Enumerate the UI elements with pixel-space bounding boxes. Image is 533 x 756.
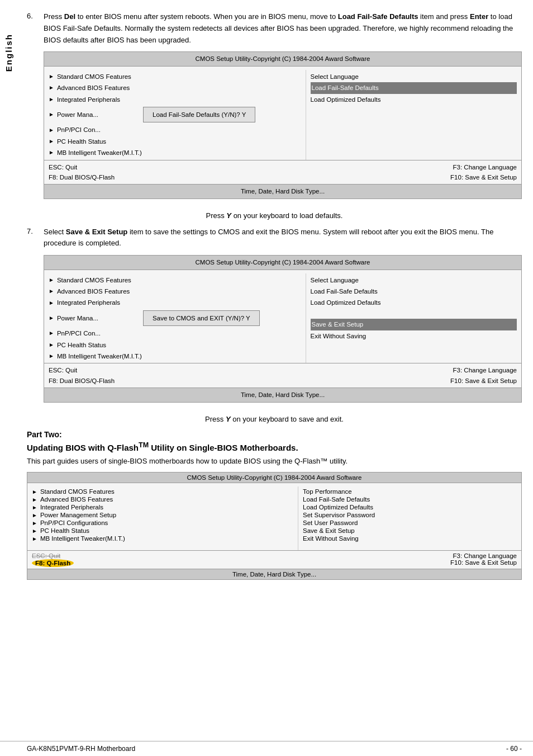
arrow-icon: ► — [49, 314, 54, 323]
bios-3-right-3: Load Optimized Defaults — [303, 503, 517, 511]
bios-3-right: Top Performance Load Fail-Safe Defaults … — [298, 486, 521, 550]
bios-2-right-4: Save & Exit Setup — [311, 319, 517, 330]
bios-3-item-5: ►PnP/PCI Configurations — [32, 519, 293, 527]
arrow-icon: ► — [32, 512, 37, 518]
bios-3-right-7: Exit Without Saving — [303, 535, 517, 542]
step-6-lfd: Load Fail-Safe Defaults — [338, 12, 418, 21]
bios-2-item-1: ►Standard CMOS Features — [49, 275, 301, 286]
footer-right: - 60 - — [506, 745, 522, 753]
bios-2-right-3: Load Optimized Defaults — [311, 297, 517, 308]
caption-2-y: Y — [226, 415, 231, 423]
arrow-icon: ► — [49, 110, 54, 119]
bios-1-footer-right: F3: Change Language F10: Save & Exit Set… — [283, 162, 517, 183]
bios-1-bottom: Time, Date, Hard Disk Type... — [44, 184, 521, 198]
bios-3-f10: F10: Save & Exit Setup — [274, 559, 517, 566]
step-6-del: Del — [64, 12, 75, 21]
bios-1-right-2: Load Fail-Safe Defaults — [311, 82, 517, 93]
bios-2-right-2: Load Fail-Safe Defaults — [311, 286, 517, 297]
arrow-icon: ► — [32, 528, 37, 534]
footer-left: GA-K8N51PVMT-9-RH Motherboard — [27, 745, 135, 753]
part-two-heading: Part Two: — [27, 430, 522, 439]
bios-screenshot-2: CMOS Setup Utility-Copyright (C) 1984-20… — [44, 255, 522, 402]
bios-1-right: Select Language Load Fail-Safe Defaults … — [306, 70, 521, 160]
bios-2-item-4: ►Power Mana... Save to CMOS and EXIT (Y/… — [49, 309, 301, 328]
arrow-icon: ► — [49, 276, 54, 285]
bios-3-right-2: Load Fail-Safe Defaults — [303, 495, 517, 503]
arrow-icon: ► — [49, 341, 54, 349]
bios-3-item-3: ►Integrated Peripherals — [32, 503, 293, 511]
bios-2-right-1: Select Language — [311, 275, 517, 286]
bios-2-item-6: ►PC Health Status — [49, 339, 301, 351]
page-footer: GA-K8N51PVMT-9-RH Motherboard - 60 - — [0, 741, 533, 756]
arrow-icon: ► — [32, 497, 37, 503]
sidebar: English — [0, 0, 17, 756]
bios-3-f3: F3: Change Language — [274, 552, 517, 559]
bios-3-right-4: Set Supervisor Password — [303, 511, 517, 519]
bios-3-item-7: ►MB Intelligent Tweaker(M.I.T.) — [32, 535, 293, 542]
caption-2: Press Y on your keyboard to save and exi… — [27, 415, 522, 423]
arrow-icon: ► — [32, 489, 37, 495]
bios-1-item-1: ►Standard CMOS Features — [49, 71, 301, 82]
bios-1-item-5: ►PnP/PCI Con... — [49, 124, 301, 135]
step-6-number: 6. — [27, 11, 44, 202]
arrow-icon: ► — [49, 287, 54, 296]
bios-3-f8: F8: Q-Flash — [32, 559, 274, 567]
bios-1-f10: F10: Save & Exit Setup — [283, 172, 517, 182]
arrow-icon: ► — [49, 126, 54, 135]
bios-2-title: CMOS Setup Utility-Copyright (C) 1984-20… — [44, 256, 521, 270]
main-content: 6. Press Del to enter BIOS menu after sy… — [21, 0, 533, 594]
bios-3-item-1: ►Standard CMOS Features — [32, 488, 293, 495]
bios-1-dialog: Load Fail-Safe Defaults (Y/N)? Y — [143, 107, 255, 122]
arrow-icon: ► — [49, 299, 54, 308]
bios-screenshot-3: CMOS Setup Utility-Copyright (C) 1984-20… — [27, 472, 522, 580]
bios-2-f8: F8: Dual BIOS/Q-Flash — [49, 376, 283, 386]
bios-3-item-4: ►Power Management Setup — [32, 511, 293, 519]
bios-3-footer: ESC: Quit F8: Q-Flash F3: Change Languag… — [27, 550, 521, 569]
bios-2-item-5: ►PnP/PCI Con... — [49, 328, 301, 339]
bios-1-item-6: ►PC Health Status — [49, 136, 301, 147]
bios-screenshot-1: CMOS Setup Utility-Copyright (C) 1984-20… — [44, 51, 522, 199]
bios-2-esc: ESC: Quit — [49, 365, 283, 375]
step-7-save: Save & Exit Setup — [66, 228, 128, 236]
step-7-block: 7. Select Save & Exit Setup item to save… — [27, 226, 522, 406]
bios-3-left: ►Standard CMOS Features ►Advanced BIOS F… — [27, 486, 298, 550]
bios-2-f10: F10: Save & Exit Setup — [283, 376, 517, 386]
bios-2-right: Select Language Load Fail-Safe Defaults … — [306, 273, 521, 363]
bios-1-f3: F3: Change Language — [283, 162, 517, 172]
arrow-icon: ► — [49, 95, 54, 104]
bios-2-body: ►Standard CMOS Features ►Advanced BIOS F… — [44, 270, 521, 363]
bios-1-esc: ESC: Quit — [49, 162, 283, 172]
step-6-block: 6. Press Del to enter BIOS menu after sy… — [27, 11, 522, 202]
sidebar-label: English — [4, 34, 13, 72]
arrow-icon: ► — [49, 148, 54, 157]
arrow-icon: ► — [32, 520, 37, 526]
arrow-icon: ► — [32, 536, 37, 542]
bios-2-right-5: Exit Without Saving — [311, 330, 517, 342]
caption-1-y: Y — [226, 211, 231, 220]
bios-1-footer-left: ESC: Quit F8: Dual BIOS/Q-Flash — [49, 162, 283, 183]
bios-2-footer-left: ESC: Quit F8: Dual BIOS/Q-Flash — [49, 365, 283, 386]
step-7-text: Select Save & Exit Setup item to save th… — [44, 226, 522, 406]
bios-2-item-2: ►Advanced BIOS Features — [49, 286, 301, 297]
bios-2-dialog: Save to CMOS and EXIT (Y/N)? Y — [143, 310, 260, 326]
bios-1-left: ►Standard CMOS Features ►Advanced BIOS F… — [44, 70, 306, 160]
bios-1-title: CMOS Setup Utility-Copyright (C) 1984-20… — [44, 52, 521, 66]
bios-3-item-2: ►Advanced BIOS Features — [32, 495, 293, 503]
bios-1-right-1: Select Language — [311, 71, 517, 82]
step-6-text: Press Del to enter BIOS menu after syste… — [44, 11, 522, 202]
arrow-icon: ► — [49, 137, 54, 146]
bios-1-item-2: ►Advanced BIOS Features — [49, 82, 301, 93]
bios-3-right-5: Set User Password — [303, 519, 517, 527]
bios-3-right-6: Save & Exit Setup — [303, 527, 517, 535]
bios-2-f3: F3: Change Language — [283, 365, 517, 375]
bios-2-left: ►Standard CMOS Features ►Advanced BIOS F… — [44, 273, 306, 363]
bios-3-footer-right: F3: Change Language F10: Save & Exit Set… — [274, 552, 517, 567]
bios-2-footer: ESC: Quit F8: Dual BIOS/Q-Flash F3: Chan… — [44, 363, 521, 388]
bios-2-bottom: Time, Date, Hard Disk Type... — [44, 388, 521, 401]
bios-1-right-3: Load Optimized Defaults — [311, 94, 517, 105]
bios-2-footer-right: F3: Change Language F10: Save & Exit Set… — [283, 365, 517, 386]
f8-highlight: F8: Q-Flash — [32, 559, 74, 567]
arrow-icon: ► — [49, 72, 54, 81]
bios-3-body: ►Standard CMOS Features ►Advanced BIOS F… — [27, 483, 521, 550]
arrow-icon: ► — [49, 329, 54, 338]
